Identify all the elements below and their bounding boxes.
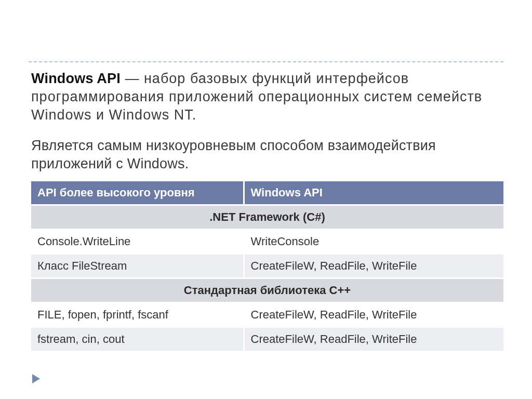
table-row: FILE, fopen, fprintf, fscanf CreateFileW… — [31, 303, 503, 327]
slide: Windows API — набор базовых функций инте… — [0, 0, 532, 399]
cell-windows-api: CreateFileW, ReadFile, WriteFile — [244, 254, 503, 278]
header-col-windows-api: Windows API — [244, 181, 503, 205]
section-cpp-label: Стандартная библиотека C++ — [31, 278, 503, 303]
section-dotnet: .NET Framework (C#) — [31, 205, 503, 230]
table-row: Класс FileStream CreateFileW, ReadFile, … — [31, 254, 503, 278]
table-row: Console.WriteLine WriteConsole — [31, 230, 503, 254]
intro-paragraph-1: Windows API — набор базовых функций инте… — [31, 70, 503, 124]
cell-higher-api: FILE, fopen, fprintf, fscanf — [31, 303, 244, 327]
divider-line — [29, 61, 503, 62]
cell-higher-api: Класс FileStream — [31, 254, 244, 278]
title-bold: Windows API — [31, 71, 121, 86]
wedge-icon — [32, 374, 40, 383]
api-table: API более высокого уровня Windows API .N… — [31, 181, 503, 351]
section-dotnet-label: .NET Framework (C#) — [31, 205, 503, 230]
table-row: fstream, cin, cout CreateFileW, ReadFile… — [31, 327, 503, 351]
cell-windows-api: CreateFileW, ReadFile, WriteFile — [244, 303, 503, 327]
cell-higher-api: Console.WriteLine — [31, 230, 244, 254]
intro-paragraph-2: Является самым низкоуровневым способом в… — [31, 137, 503, 173]
header-col-higher-api: API более высокого уровня — [31, 181, 244, 205]
cell-higher-api: fstream, cin, cout — [31, 327, 244, 351]
table-header-row: API более высокого уровня Windows API — [31, 181, 503, 205]
cell-windows-api: WriteConsole — [244, 230, 503, 254]
section-cpp-stdlib: Стандартная библиотека C++ — [31, 278, 503, 303]
cell-windows-api: CreateFileW, ReadFile, WriteFile — [244, 327, 503, 351]
